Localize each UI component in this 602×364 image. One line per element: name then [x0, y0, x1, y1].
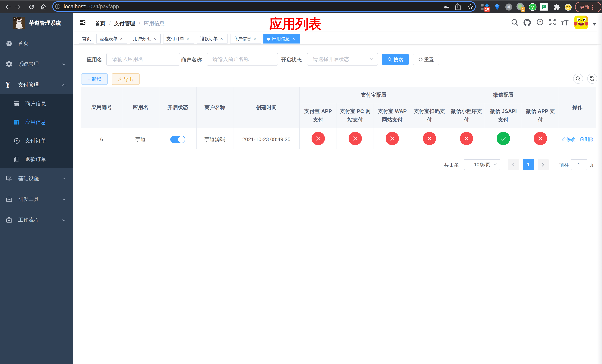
svg-text:10: 10 [485, 7, 489, 11]
svg-text:1: 1 [522, 7, 524, 11]
svg-text:y: y [531, 5, 534, 10]
svg-text:¥: ¥ [16, 139, 18, 143]
svg-text:?: ? [539, 20, 541, 24]
svg-text:⌘: ⌘ [507, 5, 511, 10]
